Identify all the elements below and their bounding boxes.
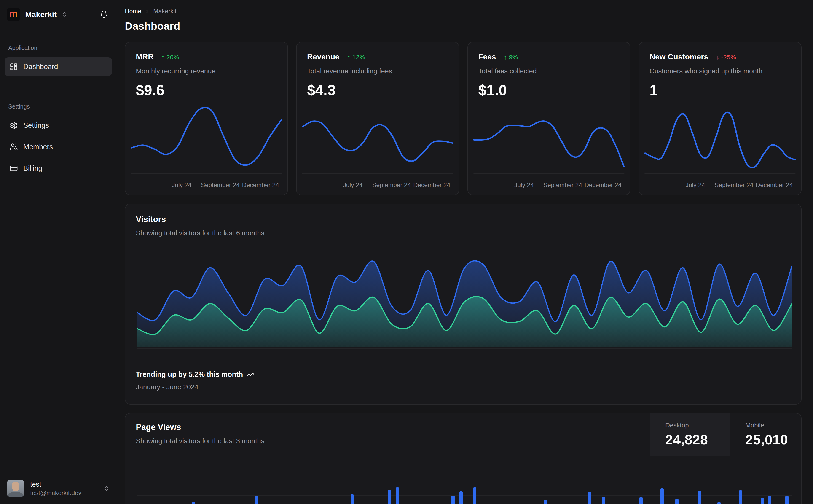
users-icon bbox=[10, 143, 18, 151]
stat-title: Fees bbox=[478, 52, 496, 61]
gridline bbox=[137, 495, 792, 496]
visitors-card: Visitors Showing total visitors for the … bbox=[125, 204, 802, 405]
chevrons-up-down-icon bbox=[62, 11, 68, 17]
sidebar-nav: Application Dashboard Settings Settings … bbox=[5, 44, 112, 178]
sidebar-item-billing[interactable]: Billing bbox=[5, 159, 112, 178]
trend-badge: ↓-25% bbox=[716, 54, 736, 61]
page-views-bar bbox=[768, 496, 771, 504]
desktop-label: Desktop bbox=[665, 422, 730, 429]
trend-badge: ↑20% bbox=[161, 54, 179, 61]
page-views-title: Page Views bbox=[136, 422, 639, 432]
stat-card-mrr: MRR ↑20% Monthly recurring revenue $9.6 … bbox=[125, 42, 288, 195]
page-title: Dashboard bbox=[125, 20, 802, 32]
page-views-bar bbox=[602, 497, 605, 504]
sidebar-item-label: Billing bbox=[23, 164, 42, 172]
section-label-settings: Settings bbox=[5, 103, 112, 110]
trend-badge: ↑9% bbox=[504, 54, 518, 61]
stat-description: Monthly recurring revenue bbox=[136, 67, 277, 75]
date-range: January - June 2024 bbox=[136, 383, 254, 391]
arrow-up-icon: ↑ bbox=[504, 54, 507, 61]
page-views-bar bbox=[459, 491, 463, 504]
sidebar-item-settings[interactable]: Settings bbox=[5, 116, 112, 135]
stat-description: Customers who signed up this month bbox=[650, 67, 791, 75]
dashboard-icon bbox=[10, 63, 18, 71]
page-views-description: Showing total visitors for the last 3 mo… bbox=[136, 437, 639, 445]
x-axis-labels: July 24September 24December 24 bbox=[643, 182, 797, 190]
x-axis-labels: July 24September 24December 24 bbox=[300, 182, 455, 190]
stat-title: New Customers bbox=[650, 52, 708, 61]
sidebar: m Makerkit Application Dashboard Setting… bbox=[0, 0, 117, 504]
stat-title: MRR bbox=[136, 52, 153, 61]
stat-description: Total fees collected bbox=[478, 67, 620, 75]
mobile-toggle[interactable]: Mobile 25,010 bbox=[730, 413, 801, 456]
page-views-bar bbox=[675, 499, 679, 504]
page-views-bar bbox=[451, 496, 455, 504]
desktop-value: 24,828 bbox=[665, 432, 730, 448]
page-views-bar-chart bbox=[137, 456, 792, 504]
stat-card-revenue: Revenue ↑12% Total revenue including fee… bbox=[296, 42, 459, 195]
trend-text: Trending up by 5.2% this month bbox=[136, 370, 243, 379]
page-views-bar bbox=[255, 496, 258, 504]
section-label-application: Application bbox=[5, 44, 112, 51]
stat-value: $1.0 bbox=[478, 82, 620, 99]
desktop-toggle[interactable]: Desktop 24,828 bbox=[650, 413, 730, 456]
mobile-value: 25,010 bbox=[745, 432, 801, 448]
chevron-right-icon bbox=[144, 9, 150, 14]
notifications-bell-icon[interactable] bbox=[98, 8, 110, 20]
page-views-bar bbox=[588, 492, 591, 504]
visitors-description: Showing total visitors for the last 6 mo… bbox=[136, 229, 791, 237]
trend-badge: ↑12% bbox=[347, 54, 365, 61]
breadcrumb: Home Makerkit bbox=[125, 8, 802, 15]
stat-value: 1 bbox=[650, 82, 791, 99]
page-views-bar bbox=[388, 490, 391, 504]
workspace-selector[interactable]: m Makerkit bbox=[5, 6, 112, 22]
makerkit-logo: m bbox=[7, 8, 20, 21]
new-customers-sparkline-chart bbox=[643, 102, 797, 178]
stat-value: $4.3 bbox=[307, 82, 448, 99]
page-views-bar bbox=[191, 502, 195, 504]
sidebar-item-label: Members bbox=[23, 143, 53, 151]
user-email: test@makerkit.dev bbox=[30, 490, 81, 497]
stat-value: $9.6 bbox=[136, 82, 277, 99]
visitors-area-chart bbox=[137, 248, 792, 349]
stat-description: Total revenue including fees bbox=[307, 67, 448, 75]
arrow-up-icon: ↑ bbox=[161, 54, 164, 61]
page-views-bar bbox=[473, 487, 476, 504]
sidebar-item-label: Settings bbox=[23, 121, 49, 130]
page-views-bar bbox=[544, 500, 547, 504]
main-content: Home Makerkit Dashboard MRR ↑20% Monthly… bbox=[117, 0, 813, 504]
page-views-bar bbox=[739, 490, 742, 504]
stat-cards-row: MRR ↑20% Monthly recurring revenue $9.6 … bbox=[125, 42, 802, 195]
page-views-bar bbox=[661, 488, 664, 504]
mrr-sparkline-chart bbox=[129, 102, 284, 178]
workspace-name: Makerkit bbox=[25, 10, 57, 19]
stat-card-new-customers: New Customers ↓-25% Customers who signed… bbox=[639, 42, 802, 195]
fees-sparkline-chart bbox=[472, 102, 627, 178]
arrow-up-icon: ↑ bbox=[347, 54, 350, 61]
stat-title: Revenue bbox=[307, 52, 340, 61]
breadcrumb-home-link[interactable]: Home bbox=[125, 8, 141, 15]
page-views-bar bbox=[396, 487, 399, 504]
page-views-bar bbox=[698, 491, 701, 504]
x-axis-labels: July 24September 24December 24 bbox=[472, 182, 627, 190]
arrow-down-icon: ↓ bbox=[716, 54, 719, 61]
trending-up-icon bbox=[247, 371, 254, 378]
visitors-title: Visitors bbox=[136, 215, 791, 224]
page-views-bar bbox=[785, 496, 789, 504]
breadcrumb-current: Makerkit bbox=[153, 8, 176, 15]
avatar bbox=[7, 480, 24, 497]
page-views-bar bbox=[640, 497, 643, 504]
sidebar-item-dashboard[interactable]: Dashboard bbox=[5, 57, 112, 76]
page-views-card: Page Views Showing total visitors for th… bbox=[125, 413, 802, 504]
page-views-bar bbox=[351, 494, 354, 504]
chevrons-up-down-icon bbox=[103, 485, 110, 492]
stat-card-fees: Fees ↑9% Total fees collected $1.0 July … bbox=[467, 42, 631, 195]
x-axis-labels: July 24September 24December 24 bbox=[129, 182, 284, 190]
mobile-label: Mobile bbox=[745, 422, 801, 429]
user-menu[interactable]: test test@makerkit.dev bbox=[5, 478, 112, 499]
user-name: test bbox=[30, 480, 81, 488]
page-views-bar bbox=[761, 498, 764, 504]
gear-icon bbox=[10, 121, 18, 130]
sidebar-item-members[interactable]: Members bbox=[5, 138, 112, 156]
page-views-bar bbox=[717, 502, 721, 504]
